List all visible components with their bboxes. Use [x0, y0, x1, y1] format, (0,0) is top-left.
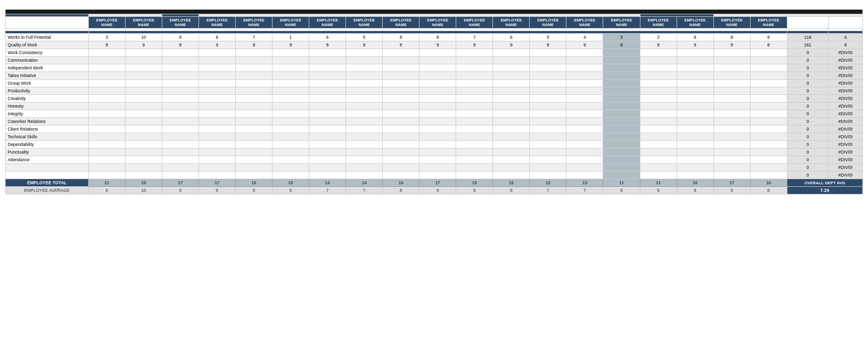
comp-val-13-0 — [88, 133, 125, 141]
comp-val-0-7: 5 — [346, 34, 383, 41]
comp-val-0-15: 2 — [640, 34, 677, 41]
core-competencies-header — [6, 10, 863, 14]
comp-val-8-4 — [235, 95, 272, 103]
comp-val-10-18 — [750, 110, 787, 118]
competency-name-0: Works to Full Potential — [6, 34, 89, 41]
competency-row-16: Attendance0#DIV/0! — [6, 156, 863, 164]
comp-val-0-6: 6 — [309, 34, 346, 41]
comp-val-8-18 — [750, 95, 787, 103]
comp-val-13-4 — [235, 133, 272, 141]
comp-val-3-9 — [419, 57, 456, 64]
comp-val-11-15 — [640, 118, 677, 126]
comp-val-17-14 — [603, 164, 640, 171]
employee-avg-val-3: 9 — [199, 187, 235, 194]
comp-total-17: 0 — [787, 164, 828, 171]
emp-name-header-16: EMPLOYEENAME — [640, 17, 677, 29]
comp-val-6-16 — [677, 80, 713, 87]
comp-val-3-12 — [530, 57, 566, 64]
comp-val-12-17 — [713, 126, 750, 133]
comp-val-12-8 — [383, 126, 419, 133]
comp-val-5-18 — [750, 72, 787, 80]
comp-val-13-8 — [383, 133, 419, 141]
comp-val-15-18 — [750, 149, 787, 156]
comp-total-18: 0 — [787, 171, 828, 179]
comp-val-0-8: 8 — [383, 34, 419, 41]
comp-val-11-11 — [493, 118, 530, 126]
employee-avg-val-13: 7 — [566, 187, 603, 194]
comp-total-11: 0 — [787, 118, 828, 126]
comp-val-7-9 — [419, 87, 456, 95]
comp-val-17-11 — [493, 164, 530, 171]
comp-val-8-13 — [566, 95, 603, 103]
comp-val-4-14 — [603, 64, 640, 72]
employee-avg-val-18: 8 — [750, 187, 787, 194]
competency-row-5: Takes Initiative0#DIV/0! — [6, 72, 863, 80]
comp-val-3-2 — [162, 57, 199, 64]
comp-val-3-11 — [493, 57, 530, 64]
comp-val-18-4 — [235, 171, 272, 179]
comp-val-5-3 — [199, 72, 235, 80]
comp-val-8-12 — [530, 95, 566, 103]
comp-val-6-0 — [88, 80, 125, 87]
comp-val-8-0 — [88, 95, 125, 103]
comp-val-7-11 — [493, 87, 530, 95]
comp-val-7-5 — [272, 87, 309, 95]
comp-val-5-0 — [88, 72, 125, 80]
comp-val-15-16 — [677, 149, 713, 156]
comp-total-12: 0 — [787, 126, 828, 133]
emp-name-header-6: EMPLOYEENAME — [272, 17, 309, 29]
emp-name-header-11: EMPLOYEENAME — [456, 17, 493, 29]
comp-val-13-1 — [125, 133, 162, 141]
comp-val-4-10 — [456, 64, 493, 72]
comp-val-11-10 — [456, 118, 493, 126]
comp-val-1-16: 8 — [677, 41, 713, 49]
comp-val-11-5 — [272, 118, 309, 126]
comp-val-4-13 — [566, 64, 603, 72]
comp-val-12-4 — [235, 126, 272, 133]
comp-val-15-9 — [419, 149, 456, 156]
table-wrapper: EMPLOYEENAME EMPLOYEENAME EMPLOYEENAME E… — [5, 9, 863, 194]
comp-total-13: 0 — [787, 133, 828, 141]
competency-row-9: Honesty0#DIV/0! — [6, 103, 863, 110]
comp-val-18-3 — [199, 171, 235, 179]
comp-val-14-11 — [493, 141, 530, 149]
comp-val-10-2 — [162, 110, 199, 118]
competency-name-13: Technical Skills — [6, 133, 89, 141]
comp-val-3-18 — [750, 57, 787, 64]
comp-val-11-14 — [603, 118, 640, 126]
comp-val-12-0 — [88, 126, 125, 133]
comp-val-12-2 — [162, 126, 199, 133]
comp-val-14-17 — [713, 141, 750, 149]
competency-name-10: Integrity — [6, 110, 89, 118]
comp-val-7-8 — [383, 87, 419, 95]
comp-val-5-7 — [346, 72, 383, 80]
comp-val-12-15 — [640, 126, 677, 133]
employee-total-val-16: 16 — [677, 179, 713, 187]
comp-val-2-14 — [603, 49, 640, 57]
comp-val-1-13: 9 — [566, 41, 603, 49]
comp-val-2-8 — [383, 49, 419, 57]
comp-val-10-16 — [677, 110, 713, 118]
employee-total-val-2: 17 — [162, 179, 199, 187]
employee-avg-val-0: 6 — [88, 187, 125, 194]
comp-val-10-13 — [566, 110, 603, 118]
comp-val-16-13 — [566, 156, 603, 164]
comp-val-12-1 — [125, 126, 162, 133]
comp-val-2-11 — [493, 49, 530, 57]
competency-row-3: Communication0#DIV/0! — [6, 57, 863, 64]
comp-val-18-2 — [162, 171, 199, 179]
comp-val-0-2: 9 — [162, 34, 199, 41]
comp-val-14-13 — [566, 141, 603, 149]
comp-val-1-3: 9 — [199, 41, 235, 49]
comp-val-6-4 — [235, 80, 272, 87]
comp-val-15-8 — [383, 149, 419, 156]
comp-val-3-8 — [383, 57, 419, 64]
comp-val-17-8 — [383, 164, 419, 171]
emp-name-header-14: EMPLOYEENAME — [566, 17, 603, 29]
comp-val-5-11 — [493, 72, 530, 80]
employee-total-val-3: 17 — [199, 179, 235, 187]
comp-val-3-7 — [346, 57, 383, 64]
comp-total-7: 0 — [787, 87, 828, 95]
comp-val-16-18 — [750, 156, 787, 164]
comp-val-11-13 — [566, 118, 603, 126]
